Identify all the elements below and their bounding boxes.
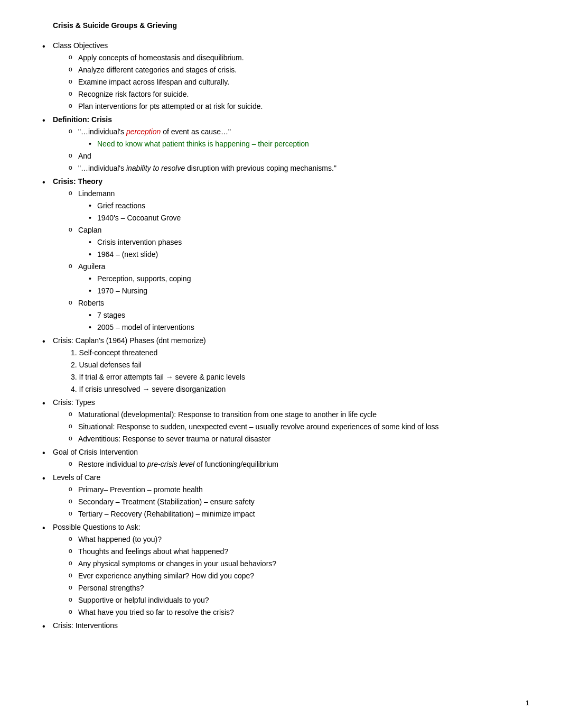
list-item: Crisis intervention phases xyxy=(89,237,529,248)
list-item-caplan-phases: Crisis: Caplan's (1964) Phases (dnt memo… xyxy=(42,335,529,395)
crisis-theory-label: Crisis: Theory xyxy=(53,177,102,186)
definition-crisis-list: "…individual's perception of event as ca… xyxy=(53,126,529,174)
goal-crisis-label: Goal of Crisis Intervention xyxy=(53,448,138,456)
list-item: Situational: Response to sudden, unexpec… xyxy=(69,421,529,432)
list-item: And xyxy=(69,151,529,162)
list-item: What happened (to you)? xyxy=(69,534,529,545)
perception-sub: Need to know what patient thinks is happ… xyxy=(78,139,529,150)
list-item: "…individual's inability to resolve disr… xyxy=(69,163,529,174)
list-item-crisis-theory: Crisis: Theory Lindemann Grief reactions… xyxy=(42,176,529,333)
lindemann-list: Grief reactions 1940's – Cocoanut Grove xyxy=(78,200,529,224)
caplan-phases-list: 1. Self-concept threatened 2. Usual defe… xyxy=(53,347,529,395)
list-item: Primary– Prevention – promote health xyxy=(69,484,529,495)
list-item: 3. If trial & error attempts fail → seve… xyxy=(69,372,529,383)
list-item: 2005 – model of interventions xyxy=(89,322,529,333)
list-item: 1964 – (next slide) xyxy=(89,249,529,260)
possible-questions-list: What happened (to you)? Thoughts and fee… xyxy=(53,534,529,618)
list-item-levels-care: Levels of Care Primary– Prevention – pro… xyxy=(42,472,529,520)
list-item-aguilera: Aguilera Perception, supports, coping 19… xyxy=(69,261,529,297)
list-item: Tertiary – Recovery (Rehabilitation) – m… xyxy=(69,509,529,520)
list-item-caplan: Caplan Crisis intervention phases 1964 –… xyxy=(69,225,529,260)
list-item: Restore individual to pre-crisis level o… xyxy=(69,459,529,470)
list-item: What have you tried so far to resolve th… xyxy=(69,607,529,618)
caplan-phases-label: Crisis: Caplan's (1964) Phases (dnt memo… xyxy=(53,336,206,345)
list-item-roberts: Roberts 7 stages 2005 – model of interve… xyxy=(69,298,529,333)
crisis-types-label: Crisis: Types xyxy=(53,398,95,407)
list-item: Secondary – Treatment (Stabilization) – … xyxy=(69,496,529,508)
list-item: Need to know what patient thinks is happ… xyxy=(89,139,529,150)
crisis-theory-list: Lindemann Grief reactions 1940's – Cocoa… xyxy=(53,188,529,333)
definition-crisis-label: Definition: Crisis xyxy=(53,115,112,124)
levels-care-list: Primary– Prevention – promote health Sec… xyxy=(53,484,529,520)
roberts-list: 7 stages 2005 – model of interventions xyxy=(78,310,529,333)
list-item: Perception, supports, coping xyxy=(89,273,529,284)
list-item: 4. If crisis unresolved → severe disorga… xyxy=(69,384,529,395)
aguilera-list: Perception, supports, coping 1970 – Nurs… xyxy=(78,273,529,297)
list-item: Personal strengths? xyxy=(69,583,529,594)
list-item: 1970 – Nursing xyxy=(89,285,529,297)
class-objectives-list: Apply concepts of homeostasis and disequ… xyxy=(53,52,529,112)
list-item: Any physical symptoms or changes in your… xyxy=(69,558,529,569)
class-objectives-label: Class Objectives xyxy=(53,41,108,50)
page-number: 1 xyxy=(526,699,529,707)
crisis-interventions-label: Crisis: Interventions xyxy=(53,621,118,630)
list-item: Recognize risk factors for suicide. xyxy=(69,89,529,100)
list-item: Ever experience anything similar? How di… xyxy=(69,570,529,582)
page-title: Crisis & Suicide Groups & Grieving xyxy=(53,21,529,30)
goal-crisis-list: Restore individual to pre-crisis level o… xyxy=(53,459,529,470)
main-list: Class Objectives Apply concepts of homeo… xyxy=(42,40,529,631)
list-item-possible-questions: Possible Questions to Ask: What happened… xyxy=(42,522,529,618)
list-item-class-objectives: Class Objectives Apply concepts of homeo… xyxy=(42,40,529,112)
list-item: 2. Usual defenses fail xyxy=(69,360,529,371)
list-item-goal-crisis: Goal of Crisis Intervention Restore indi… xyxy=(42,447,529,470)
list-item: Maturational (developmental): Response t… xyxy=(69,409,529,420)
list-item: Plan interventions for pts attempted or … xyxy=(69,101,529,112)
list-item: Supportive or helpful individuals to you… xyxy=(69,595,529,606)
list-item-crisis-types: Crisis: Types Maturational (developmenta… xyxy=(42,397,529,445)
crisis-types-list: Maturational (developmental): Response t… xyxy=(53,409,529,445)
list-item: Grief reactions xyxy=(89,200,529,211)
list-item: 1940's – Cocoanut Grove xyxy=(89,213,529,224)
list-item: Thoughts and feelings about what happene… xyxy=(69,546,529,557)
list-item: Examine impact across lifespan and cultu… xyxy=(69,77,529,88)
list-item-lindemann: Lindemann Grief reactions 1940's – Cocoa… xyxy=(69,188,529,224)
list-item: Adventitious: Response to sever trauma o… xyxy=(69,434,529,445)
list-item: "…individual's perception of event as ca… xyxy=(69,126,529,150)
list-item: 1. Self-concept threatened xyxy=(69,347,529,358)
list-item-crisis-interventions: Crisis: Interventions xyxy=(42,620,529,631)
levels-care-label: Levels of Care xyxy=(53,473,100,482)
list-item: 7 stages xyxy=(89,310,529,321)
list-item: Analyze different categories and stages … xyxy=(69,64,529,76)
list-item: Apply concepts of homeostasis and disequ… xyxy=(69,52,529,63)
possible-questions-label: Possible Questions to Ask: xyxy=(53,523,141,531)
caplan-list: Crisis intervention phases 1964 – (next … xyxy=(78,237,529,260)
list-item-definition-crisis: Definition: Crisis "…individual's percep… xyxy=(42,114,529,174)
